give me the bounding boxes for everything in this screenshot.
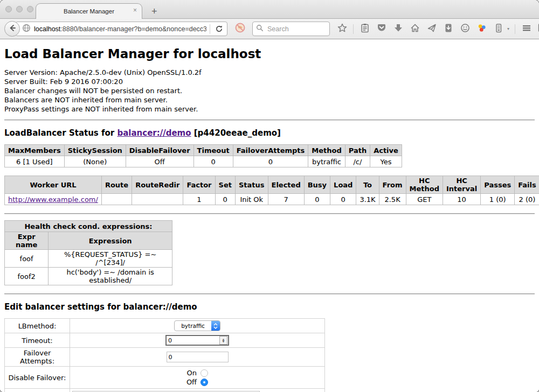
- zoom-window-button[interactable]: [27, 6, 33, 12]
- cell: Init Ok: [235, 194, 268, 205]
- col-header: Factor: [183, 176, 215, 194]
- cell: 2 (0): [515, 194, 539, 205]
- send-tab-button[interactable]: [426, 23, 437, 34]
- navigation-toolbar: localhost:8880/balancer-manager?b=demo&n…: [0, 19, 539, 39]
- timeout-input[interactable]: [167, 337, 212, 345]
- lbmethod-select[interactable]: bytraffic: [174, 320, 220, 331]
- cell: 0: [194, 156, 233, 167]
- col-header: Method: [308, 145, 345, 156]
- col-header: Passes: [481, 176, 515, 194]
- new-tab-button[interactable]: +: [151, 7, 157, 16]
- divider: [4, 213, 535, 214]
- cell: [132, 194, 183, 205]
- back-icon: [8, 24, 17, 34]
- cell: Yes: [370, 156, 402, 167]
- tab-close-icon[interactable]: ×: [133, 7, 137, 13]
- table-row: foof %{REQUEST_STATUS} =~ /^[234]/: [5, 250, 172, 268]
- cell: [101, 194, 132, 205]
- cell: /c/: [345, 156, 370, 167]
- radio-on[interactable]: [201, 369, 208, 377]
- titlebar: Balancer Manager × +: [0, 0, 539, 19]
- close-window-button[interactable]: [5, 6, 12, 12]
- chevron-down-icon[interactable]: ▾: [507, 26, 509, 31]
- cell: foof2: [5, 268, 49, 285]
- disable-failover-radios: On Off: [186, 369, 208, 386]
- radio-off[interactable]: [201, 379, 208, 386]
- table-row: foof2 hc('body') =~ /domain is establish…: [5, 268, 172, 285]
- browser-window: Balancer Manager × + localhost:8880/bala…: [0, 0, 539, 392]
- col-header: HC Method: [406, 176, 443, 194]
- cell: foof: [5, 250, 49, 268]
- cell: (None): [64, 156, 126, 167]
- col-header: Fails: [515, 176, 539, 194]
- feedback-button[interactable]: [459, 23, 471, 34]
- number-spinner-icon[interactable]: ▲▼: [219, 336, 227, 345]
- tab-title: Balancer Manager: [64, 8, 114, 15]
- tab-balancer-manager[interactable]: Balancer Manager ×: [36, 3, 142, 19]
- cell: 0: [330, 194, 356, 205]
- col-header: Expression: [49, 232, 172, 250]
- cell: 2.5K: [379, 194, 406, 205]
- worker-url-link[interactable]: http://www.example.com/: [8, 195, 98, 204]
- search-bar[interactable]: [252, 22, 330, 36]
- reload-button[interactable]: [213, 23, 225, 34]
- clipboard-icon: [360, 23, 370, 36]
- health-check-table: Health check cond. expressions: Expr nam…: [4, 220, 172, 285]
- star-icon: [337, 23, 348, 36]
- color-extension-button[interactable]: [476, 23, 487, 34]
- reading-list-button[interactable]: [359, 23, 370, 34]
- col-header: RouteRedir: [132, 176, 183, 194]
- status-heading-suffix: [p4420eeae_demo]: [191, 128, 281, 138]
- failover-attempts-label: Failover Attempts:: [5, 348, 70, 367]
- blocked-extension-button[interactable]: [227, 22, 252, 36]
- col-header: Route: [101, 176, 132, 194]
- menu-button[interactable]: [521, 23, 532, 34]
- box-download-icon: [443, 23, 454, 36]
- url-bar[interactable]: localhost:8880/balancer-manager?b=demo&n…: [15, 22, 227, 36]
- download-icon: [393, 23, 404, 36]
- table-header-row: Expr name Expression: [5, 232, 172, 250]
- cell: bytraffic: [308, 156, 345, 167]
- pocket-button[interactable]: [376, 23, 387, 34]
- session-extension-button[interactable]: [493, 23, 504, 34]
- urlbar-divider: [210, 24, 210, 34]
- failover-attempts-input[interactable]: [167, 352, 229, 362]
- col-header: Timeout: [194, 145, 233, 156]
- toolbar-icons: ▾: [336, 23, 539, 34]
- server-info-line: Balancer changes will NOT be persisted o…: [4, 86, 535, 95]
- home-icon: [410, 23, 420, 36]
- url-text[interactable]: localhost:8880/balancer-manager?b=demo&n…: [34, 25, 206, 33]
- form-row-sticky-session: Sticky Session: (Use '-' to delete): [5, 389, 325, 392]
- cell: 0: [304, 194, 330, 205]
- col-header: To: [356, 176, 379, 194]
- radio-on-label: On: [187, 369, 197, 377]
- worker-table: Worker URL Route RouteRedir Factor Set S…: [4, 176, 539, 205]
- balancer-demo-link[interactable]: balancer://demo: [117, 128, 191, 138]
- lbmethod-label: LBmethod:: [5, 319, 70, 333]
- search-input[interactable]: [266, 25, 322, 33]
- home-button[interactable]: [409, 23, 420, 34]
- col-header: Worker URL: [5, 176, 102, 194]
- col-header: From: [379, 176, 406, 194]
- col-header: FailoverAttempts: [233, 145, 308, 156]
- url-path: :8880/balancer-manager?b=demo&nonce=decc…: [60, 25, 206, 33]
- minimize-window-button[interactable]: [16, 6, 23, 12]
- back-button[interactable]: [4, 21, 20, 37]
- menu-icon: [521, 23, 532, 36]
- extension-download-button[interactable]: [443, 23, 454, 34]
- server-info-line: Balancers are NOT inherited from main se…: [4, 95, 535, 104]
- page-content: Load Balancer Manager for localhost Serv…: [0, 39, 539, 392]
- divider: [4, 120, 535, 121]
- cell: 6 [1 Used]: [5, 156, 65, 167]
- downloads-button[interactable]: [392, 23, 404, 34]
- cell: hc('body') =~ /domain is established/: [49, 268, 172, 285]
- form-row-disable-failover: Disable Failover: On Off: [5, 367, 325, 389]
- table-row: 6 [1 Used] (None) Off 0 0 bytraffic /c/ …: [5, 156, 402, 167]
- cell: 10: [443, 194, 480, 205]
- disable-failover-label: Disable Failover:: [5, 367, 70, 389]
- battery-icon: [493, 23, 504, 36]
- toolbar-divider-2: [515, 24, 515, 34]
- form-row-timeout: Timeout: ▲▼: [5, 333, 325, 348]
- status-section-heading: LoadBalancer Status for balancer://demo …: [4, 128, 535, 138]
- bookmark-star-button[interactable]: [336, 23, 348, 34]
